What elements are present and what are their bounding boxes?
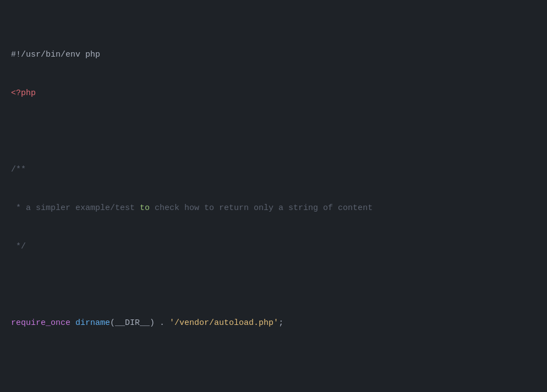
- line-blank2: [11, 278, 536, 291]
- line-blank3: [11, 355, 536, 368]
- line-comment2: * a simpler example/test to check how to…: [11, 202, 536, 214]
- line-shebang: #!/usr/bin/env php: [11, 48, 536, 61]
- line-comment1: /**: [11, 163, 536, 176]
- line-phptag: <?php: [11, 87, 536, 100]
- line-blank1: [11, 125, 536, 137]
- line-require: require_once dirname(__DIR__) . '/vendor…: [11, 317, 536, 329]
- line-comment3: */: [11, 240, 536, 253]
- code-editor: #!/usr/bin/env php <?php /** * a simpler…: [11, 10, 536, 392]
